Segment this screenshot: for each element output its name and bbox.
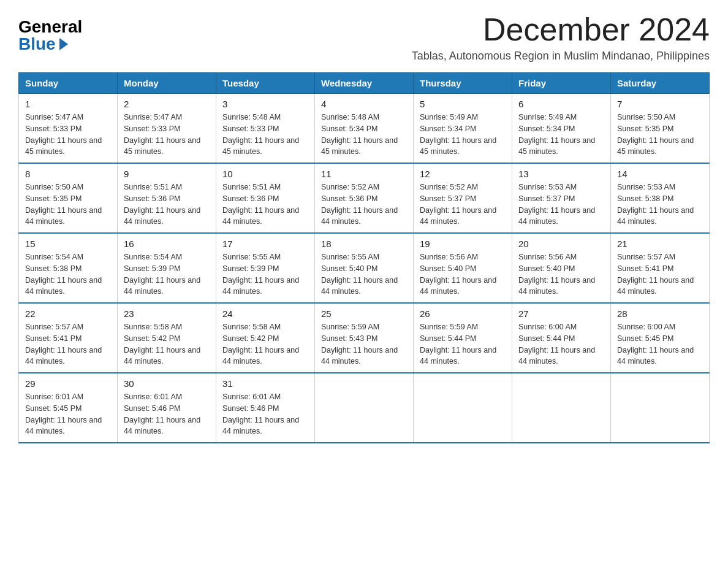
day-info: Sunrise: 6:01 AMSunset: 5:46 PMDaylight:… [222,393,299,435]
calendar-cell: 7 Sunrise: 5:50 AMSunset: 5:35 PMDayligh… [611,94,710,164]
day-info: Sunrise: 5:50 AMSunset: 5:35 PMDaylight:… [617,113,694,156]
day-info: Sunrise: 5:48 AMSunset: 5:34 PMDaylight:… [321,113,398,156]
logo-general-text: General [18,18,82,36]
weekday-header-saturday: Saturday [611,73,710,94]
calendar-cell [414,373,512,443]
subtitle: Tablas, Autonomous Region in Muslim Mind… [412,50,710,63]
logo-arrow-icon [59,38,68,50]
calendar-cell: 8 Sunrise: 5:50 AMSunset: 5:35 PMDayligh… [19,163,118,233]
day-info: Sunrise: 5:53 AMSunset: 5:37 PMDaylight:… [518,183,595,226]
calendar-cell: 22 Sunrise: 5:57 AMSunset: 5:41 PMDaylig… [19,303,118,373]
weekday-header-sunday: Sunday [19,73,118,94]
weekday-header-thursday: Thursday [414,73,512,94]
weekday-header-wednesday: Wednesday [315,73,414,94]
calendar-week-row: 29 Sunrise: 6:01 AMSunset: 5:45 PMDaylig… [19,373,710,443]
weekday-header-row: SundayMondayTuesdayWednesdayThursdayFrid… [19,73,710,94]
day-number: 31 [222,378,308,389]
day-number: 22 [25,308,111,319]
day-info: Sunrise: 5:52 AMSunset: 5:36 PMDaylight:… [321,183,398,226]
calendar-cell: 9 Sunrise: 5:51 AMSunset: 5:36 PMDayligh… [118,163,216,233]
weekday-header-tuesday: Tuesday [216,73,315,94]
day-info: Sunrise: 6:01 AMSunset: 5:45 PMDaylight:… [25,393,102,435]
day-number: 4 [321,99,407,109]
day-number: 28 [617,308,703,319]
calendar-header: SundayMondayTuesdayWednesdayThursdayFrid… [19,73,710,94]
day-number: 21 [617,239,703,249]
title-area: December 2024 Tablas, Autonomous Region … [412,12,710,63]
day-number: 27 [518,308,604,319]
day-info: Sunrise: 5:48 AMSunset: 5:33 PMDaylight:… [222,113,299,156]
calendar-cell: 17 Sunrise: 5:55 AMSunset: 5:39 PMDaylig… [216,233,315,303]
calendar-cell: 11 Sunrise: 5:52 AMSunset: 5:36 PMDaylig… [315,163,414,233]
month-title: December 2024 [412,12,710,47]
day-number: 11 [321,169,407,179]
day-info: Sunrise: 5:50 AMSunset: 5:35 PMDaylight:… [25,183,102,226]
day-info: Sunrise: 5:54 AMSunset: 5:39 PMDaylight:… [124,253,200,296]
day-number: 8 [25,169,111,179]
calendar-cell: 26 Sunrise: 5:59 AMSunset: 5:44 PMDaylig… [414,303,512,373]
day-info: Sunrise: 6:00 AMSunset: 5:45 PMDaylight:… [617,323,694,366]
logo-blue-text: Blue [18,36,68,53]
calendar-cell: 23 Sunrise: 5:58 AMSunset: 5:42 PMDaylig… [118,303,216,373]
calendar-week-row: 15 Sunrise: 5:54 AMSunset: 5:38 PMDaylig… [19,233,710,303]
day-number: 9 [124,169,210,179]
day-number: 17 [222,239,308,249]
calendar-cell: 6 Sunrise: 5:49 AMSunset: 5:34 PMDayligh… [512,94,611,164]
calendar-cell: 2 Sunrise: 5:47 AMSunset: 5:33 PMDayligh… [118,94,216,164]
day-info: Sunrise: 5:57 AMSunset: 5:41 PMDaylight:… [617,253,694,296]
day-number: 18 [321,239,407,249]
calendar-cell: 15 Sunrise: 5:54 AMSunset: 5:38 PMDaylig… [19,233,118,303]
day-number: 7 [617,99,703,109]
day-number: 26 [420,308,506,319]
calendar-cell: 25 Sunrise: 5:59 AMSunset: 5:43 PMDaylig… [315,303,414,373]
calendar-cell: 21 Sunrise: 5:57 AMSunset: 5:41 PMDaylig… [611,233,710,303]
day-number: 5 [420,99,506,109]
day-info: Sunrise: 5:49 AMSunset: 5:34 PMDaylight:… [518,113,595,156]
calendar-cell: 3 Sunrise: 5:48 AMSunset: 5:33 PMDayligh… [216,94,315,164]
calendar-cell: 5 Sunrise: 5:49 AMSunset: 5:34 PMDayligh… [414,94,512,164]
day-info: Sunrise: 5:58 AMSunset: 5:42 PMDaylight:… [222,323,299,366]
calendar-body: 1 Sunrise: 5:47 AMSunset: 5:33 PMDayligh… [19,94,710,443]
day-number: 30 [124,378,210,389]
day-info: Sunrise: 5:47 AMSunset: 5:33 PMDaylight:… [25,113,102,156]
day-number: 10 [222,169,308,179]
calendar-week-row: 22 Sunrise: 5:57 AMSunset: 5:41 PMDaylig… [19,303,710,373]
day-number: 23 [124,308,210,319]
day-number: 12 [420,169,506,179]
weekday-header-monday: Monday [118,73,216,94]
day-info: Sunrise: 5:56 AMSunset: 5:40 PMDaylight:… [518,253,595,296]
calendar-week-row: 8 Sunrise: 5:50 AMSunset: 5:35 PMDayligh… [19,163,710,233]
calendar-cell: 10 Sunrise: 5:51 AMSunset: 5:36 PMDaylig… [216,163,315,233]
logo: General Blue [18,12,82,53]
calendar-cell: 30 Sunrise: 6:01 AMSunset: 5:46 PMDaylig… [118,373,216,443]
calendar-cell: 16 Sunrise: 5:54 AMSunset: 5:39 PMDaylig… [118,233,216,303]
calendar-cell: 19 Sunrise: 5:56 AMSunset: 5:40 PMDaylig… [414,233,512,303]
day-info: Sunrise: 5:56 AMSunset: 5:40 PMDaylight:… [420,253,496,296]
day-number: 15 [25,239,111,249]
day-number: 2 [124,99,210,109]
day-number: 24 [222,308,308,319]
calendar-week-row: 1 Sunrise: 5:47 AMSunset: 5:33 PMDayligh… [19,94,710,164]
page-header: General Blue December 2024 Tablas, Auton… [18,12,710,63]
day-info: Sunrise: 5:59 AMSunset: 5:43 PMDaylight:… [321,323,398,366]
day-info: Sunrise: 5:59 AMSunset: 5:44 PMDaylight:… [420,323,496,366]
calendar-cell [611,373,710,443]
calendar-cell [315,373,414,443]
day-number: 25 [321,308,407,319]
day-info: Sunrise: 5:49 AMSunset: 5:34 PMDaylight:… [420,113,496,156]
weekday-header-friday: Friday [512,73,611,94]
calendar-cell: 14 Sunrise: 5:53 AMSunset: 5:38 PMDaylig… [611,163,710,233]
day-info: Sunrise: 6:01 AMSunset: 5:46 PMDaylight:… [124,393,200,435]
day-number: 14 [617,169,703,179]
day-number: 16 [124,239,210,249]
calendar-cell: 29 Sunrise: 6:01 AMSunset: 5:45 PMDaylig… [19,373,118,443]
day-info: Sunrise: 5:51 AMSunset: 5:36 PMDaylight:… [222,183,299,226]
calendar-cell: 1 Sunrise: 5:47 AMSunset: 5:33 PMDayligh… [19,94,118,164]
calendar-cell: 13 Sunrise: 5:53 AMSunset: 5:37 PMDaylig… [512,163,611,233]
day-info: Sunrise: 5:55 AMSunset: 5:40 PMDaylight:… [321,253,398,296]
day-number: 3 [222,99,308,109]
day-info: Sunrise: 5:54 AMSunset: 5:38 PMDaylight:… [25,253,102,296]
calendar-cell: 18 Sunrise: 5:55 AMSunset: 5:40 PMDaylig… [315,233,414,303]
calendar-cell: 31 Sunrise: 6:01 AMSunset: 5:46 PMDaylig… [216,373,315,443]
day-number: 20 [518,239,604,249]
